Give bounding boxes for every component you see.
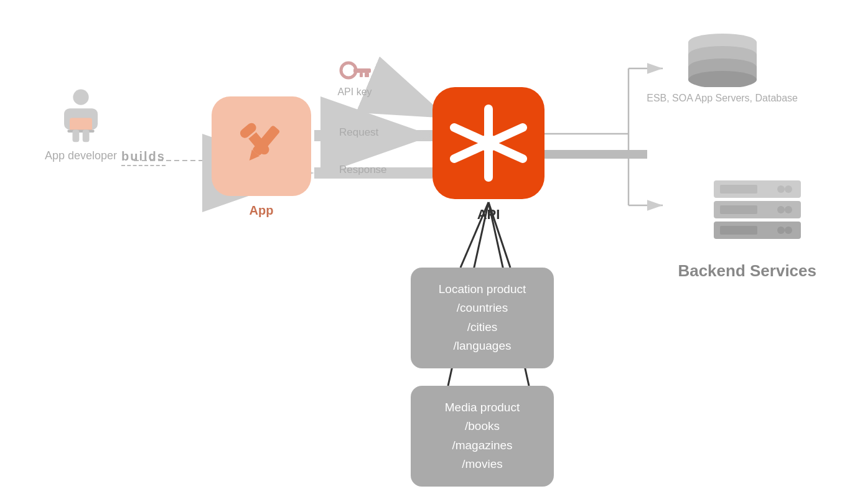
app-icon-section: App: [212, 96, 311, 218]
svg-rect-20: [83, 129, 90, 142]
api-key-section: API key: [336, 59, 373, 98]
builds-label: builds: [121, 149, 166, 166]
svg-point-56: [777, 226, 785, 234]
location-product-text: Location product/countries/cities/langua…: [439, 282, 526, 352]
server-section: [711, 177, 804, 246]
person-icon: [56, 87, 106, 143]
app-developer-section: App developer: [31, 87, 131, 162]
svg-rect-27: [353, 68, 371, 73]
svg-point-55: [785, 226, 792, 234]
request-label: Request: [339, 126, 378, 139]
backend-services-label: Backend Services: [678, 261, 816, 281]
svg-point-47: [785, 185, 792, 193]
database-section: ESB, SOA App Servers, Database: [647, 31, 798, 106]
wrench-pencil-icon: [224, 109, 299, 184]
app-icon: [212, 96, 311, 196]
svg-rect-54: [720, 226, 757, 235]
location-product-box: Location product/countries/cities/langua…: [411, 268, 554, 368]
svg-point-48: [777, 185, 785, 193]
api-icon-section: API: [432, 87, 545, 223]
svg-rect-19: [73, 129, 80, 142]
server-icon: [711, 177, 804, 246]
database-icon: [682, 31, 763, 87]
svg-rect-28: [365, 73, 369, 77]
svg-point-51: [785, 206, 792, 213]
api-hub-icon: [448, 103, 529, 184]
svg-rect-17: [70, 118, 92, 132]
svg-point-15: [73, 90, 88, 105]
svg-line-37: [488, 128, 523, 143]
diagram-container: App developer builds App: [0, 0, 860, 504]
api-key-label: API key: [337, 86, 372, 98]
svg-rect-29: [360, 73, 363, 77]
app-label: App: [250, 203, 274, 218]
media-product-text: Media product/books/magazines/movies: [445, 401, 520, 470]
response-label: Response: [339, 164, 387, 176]
media-product-box: Media product/books/magazines/movies: [411, 386, 554, 487]
svg-rect-18: [67, 129, 94, 133]
svg-point-52: [777, 206, 785, 213]
api-label: API: [477, 207, 500, 223]
api-icon: [432, 87, 545, 199]
key-icon: [336, 59, 373, 84]
svg-line-36: [454, 143, 488, 159]
svg-rect-50: [720, 205, 757, 214]
app-developer-label: App developer: [45, 149, 117, 162]
esb-label: ESB, SOA App Servers, Database: [647, 91, 798, 106]
svg-rect-46: [720, 185, 757, 194]
